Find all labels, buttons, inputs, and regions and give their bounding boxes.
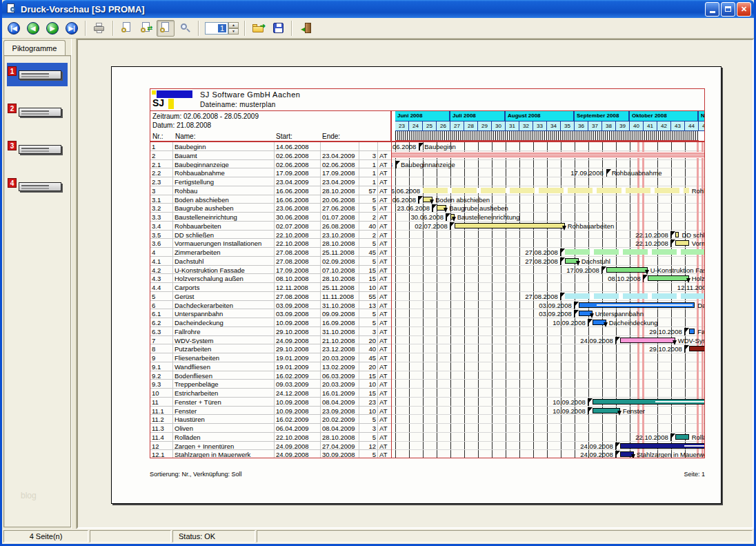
table-cell: 23.06.2008 (275, 204, 321, 212)
timeline-month: Juli 2008 (450, 111, 506, 121)
table-row: 5Gerüst27.08.200811.11.200855AT (150, 292, 391, 301)
timeline-week: 42 (657, 121, 671, 131)
gantt-row-line (392, 291, 704, 292)
close-button[interactable]: ✕ (737, 2, 751, 17)
table-cell: 15 (359, 266, 378, 274)
page-thumbnail-3[interactable]: 3 (7, 137, 68, 161)
gantt-label: 24.09.2008 (580, 451, 613, 458)
table-cell: 15 (359, 274, 378, 282)
milestone-flag-icon (432, 204, 437, 212)
spinner-up-button[interactable]: ▲ (228, 22, 239, 28)
print-button[interactable] (90, 20, 108, 37)
table-cell: 24.12.2008 (275, 389, 321, 397)
spinner-down-button[interactable]: ▼ (228, 28, 239, 35)
gantt-label: 02.06.2008 (391, 161, 392, 168)
save-file-button[interactable] (269, 20, 287, 37)
gantt-bar (593, 408, 620, 413)
milestone-flag-icon (606, 169, 612, 177)
exit-button[interactable]: ◄ (297, 20, 315, 37)
table-row: 4Zimmerarbeiten27.08.200825.11.200845AT (150, 248, 391, 257)
table-cell: AT (378, 257, 391, 265)
milestone-flag-icon (574, 310, 579, 318)
table-cell: 3 (359, 327, 378, 335)
page-thumbnail-4[interactable]: 4 (7, 175, 68, 198)
milestone-flag-icon (615, 337, 621, 344)
zoom-out-page-button[interactable] (118, 20, 136, 37)
table-cell: 02.06.2008 (275, 160, 321, 168)
table-cell: 4.1 (150, 257, 173, 265)
minimize-button[interactable] (705, 2, 719, 17)
gantt-label: 16.06.2008 (391, 196, 416, 204)
table-cell: 9 (150, 353, 173, 362)
open-file-button[interactable]: ➜ (250, 20, 268, 37)
gantt-label: 22.10.2008 (635, 231, 668, 239)
timeline-week: 35 (561, 121, 575, 131)
table-cell: 02.06.2008 (275, 151, 321, 159)
table-cell: 06.03.2009 (321, 371, 359, 380)
milestone-flag-icon (670, 240, 676, 247)
timeline-week: 28 (464, 121, 478, 131)
table-row: 6.2Dacheindeckung10.09.200816.09.20085AT (150, 318, 391, 327)
first-page-button[interactable]: |◀ (5, 20, 23, 37)
table-cell: Fliesenarbeiten (173, 353, 275, 362)
table-cell: 6 (150, 301, 173, 309)
table-cell: Bodenfliesen (173, 371, 275, 380)
table-row: 6.3Fallrohre29.10.200831.10.20083AT (150, 327, 391, 336)
gantt-label: 16.06.2008 (391, 187, 420, 195)
table-cell: 12.11.2008 (275, 283, 321, 291)
document-info: Zeitraum: 02.06.2008 - 28.05.2009 Datum:… (150, 110, 391, 142)
table-cell: Gerüst (173, 292, 275, 300)
table-cell: 3.2 (150, 204, 173, 212)
table-cell: 24.09.2008 (275, 442, 321, 450)
last-page-button[interactable]: ▶| (63, 20, 81, 37)
gantt-label: Rolläden (692, 433, 705, 441)
next-page-button[interactable]: ▶ (43, 20, 61, 37)
table-cell: 30.06.2008 (275, 213, 321, 221)
table-cell: Fertigstellung (173, 177, 275, 186)
status-bar: 4 Seite(n) Status: OK (2, 529, 754, 544)
gantt-label: Unterspannbahn (595, 310, 644, 318)
page-thumbnail-2[interactable]: 2 (7, 100, 68, 124)
tab-piktogramme[interactable]: Piktogramme (3, 40, 66, 55)
table-cell: Dachdeckerarbeiten (173, 301, 275, 309)
table-cell: AT (378, 266, 391, 274)
previous-page-button[interactable]: ◀ (24, 20, 42, 37)
gantt-label: Vormauerungen Installationen (692, 240, 705, 247)
table-cell: 5 (359, 195, 378, 204)
gantt-chart: 14.06.2008Baubeginn02.06.2008Baubeginnan… (391, 142, 705, 458)
table-cell: 1 (359, 160, 378, 168)
table-cell: 28.10.2008 (321, 274, 359, 282)
thumbnail-panel: 1234blog (3, 55, 71, 527)
table-cell: Boden abschieben (173, 195, 275, 204)
table-cell: AT (378, 424, 391, 432)
table-cell: 2.3 (150, 177, 173, 186)
table-cell: Wandfliesen (173, 362, 275, 371)
table-cell: 57 (359, 186, 378, 195)
gantt-bar (423, 188, 689, 193)
page-thumbnail-image (19, 108, 61, 117)
zoom-in-page-button[interactable] (157, 20, 175, 37)
table-cell: 23.12.2008 (321, 344, 359, 353)
table-cell: 13.02.2009 (321, 362, 359, 371)
gantt-label: Baubeginn (424, 143, 455, 150)
preview-page[interactable]: SJ SJ Software GmbH Aachen Dateiname: mu… (111, 66, 722, 504)
table-cell: 5 (359, 204, 378, 212)
table-row: 11.4Rolläden22.10.200828.10.20085AT (150, 433, 391, 442)
magnifier-button[interactable] (176, 20, 194, 37)
sidebar-splitter[interactable] (71, 39, 77, 529)
table-cell: 9.2 (150, 371, 173, 380)
maximize-button[interactable] (721, 2, 735, 17)
company-name: SJ Software GmbH Aachen (200, 90, 300, 99)
table-cell: Bauamt (173, 151, 275, 159)
print-preview-icon (6, 3, 17, 14)
gantt-label: Stahlzargen in Mauerwerk (637, 451, 705, 458)
page-number-input[interactable]: 1 (205, 22, 228, 35)
page-thumbnail-1[interactable]: 1 (7, 63, 68, 86)
table-cell: Stahlzargen in Mauerwerk (173, 450, 275, 458)
zoom-fit-page-button[interactable]: ⇄ (137, 20, 155, 37)
gantt-label: Dachstuhl (581, 257, 610, 265)
table-cell: AT (378, 450, 391, 458)
table-cell: 3.4 (150, 222, 173, 230)
gantt-row-line (392, 449, 704, 450)
status-panel-empty (90, 530, 171, 543)
